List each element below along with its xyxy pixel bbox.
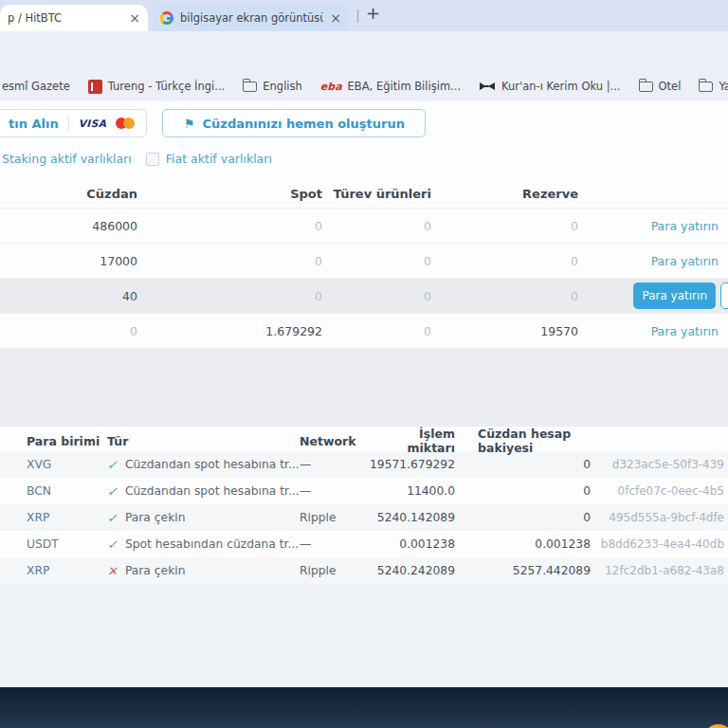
- tab-google-search[interactable]: bilgisayar ekran görüntüsü alm ×: [153, 5, 349, 31]
- create-wallet-button[interactable]: ⚑ Cüzdanınızı hemen oluşturun: [162, 109, 426, 137]
- network-value: —: [300, 484, 370, 498]
- column-header: İşlem miktarı: [370, 427, 455, 455]
- status-check-icon: ✓: [107, 458, 118, 472]
- network-value: Ripple: [300, 511, 370, 524]
- status-check-icon: ✓: [107, 537, 118, 552]
- ornament-icon: [479, 81, 496, 92]
- eba-icon: eba: [320, 81, 342, 93]
- bookmark-label: Otel: [659, 80, 682, 93]
- bookmark-label: Yaz Okulu: [719, 80, 728, 93]
- status-check-icon: ✓: [107, 511, 118, 525]
- tab-hitbtc[interactable]: p / HitBTC ×: [0, 5, 148, 31]
- bookmark-resmi-gazete[interactable]: esmî Gazete: [2, 80, 70, 93]
- transaction-id: b8dd6233-4ea4-40db: [592, 537, 728, 551]
- deposit-button[interactable]: Para yatırın: [633, 282, 716, 309]
- tab-strip: p / HitBTC × bilgisayar ekran görüntüsü …: [0, 0, 728, 31]
- section-gap: [0, 584, 728, 687]
- column-header: Cüzdan hesap bakiyesi: [455, 427, 592, 455]
- turev-value: 0: [322, 324, 431, 338]
- bookmark-label: English: [263, 80, 302, 93]
- turev-value: 0: [322, 219, 431, 233]
- bookmark-label: esmî Gazete: [2, 80, 70, 93]
- amount-value: 11400.0: [370, 484, 455, 498]
- status-cross-icon: ✕: [107, 564, 118, 578]
- table-row: 17000 0 0 0 Para yatırın: [0, 243, 728, 278]
- tab-title: p / HitBTC: [8, 11, 129, 25]
- folder-icon: [639, 82, 653, 92]
- checkbox-icon[interactable]: [146, 153, 159, 166]
- amount-value: 5240.142089: [370, 511, 455, 524]
- bookmark-eba[interactable]: eba EBA, Eğitim Bilişim...: [320, 80, 461, 93]
- withdraw-button-partial[interactable]: [720, 282, 728, 309]
- new-tab-button[interactable]: +: [366, 3, 380, 23]
- bookmark-kuran[interactable]: Kur'an-ı Kerim Oku |...: [479, 80, 620, 93]
- column-header: Network: [300, 434, 370, 448]
- transactions-table: Para birimi Tür Network İşlem miktarı Cü…: [0, 426, 728, 584]
- divider: [68, 116, 69, 131]
- column-header: Türev ürünleri: [322, 187, 431, 201]
- section-gap: [0, 348, 728, 426]
- network-value: —: [300, 458, 370, 471]
- fiat-filter-checkbox[interactable]: Fiat aktif varlıkları: [146, 152, 272, 166]
- column-header: Tür: [107, 434, 300, 448]
- flag-icon: ⚑: [184, 117, 195, 131]
- balances-table: Cüzdan Spot Türev ürünleri Rezerve 48600…: [0, 179, 728, 348]
- mastercard-logo: [116, 118, 135, 129]
- currency-code: XRP: [0, 564, 107, 577]
- table-row: 486000 0 0 0 Para yatırın: [0, 208, 728, 243]
- bookmark-label: Tureng - Türkçe İngi...: [108, 80, 226, 93]
- balances-table-header: Cüzdan Spot Türev ürünleri Rezerve: [0, 179, 728, 208]
- close-icon[interactable]: ×: [129, 11, 140, 25]
- actions-row: tın Alın VISA ⚑ Cüzdanınızı hemen oluştu…: [0, 100, 728, 138]
- create-wallet-label: Cüzdanınızı hemen oluşturun: [203, 117, 405, 131]
- tab-separator: [357, 9, 358, 23]
- buy-label: tın Alın: [9, 117, 59, 131]
- buy-crypto-button[interactable]: tın Alın VISA: [0, 109, 147, 137]
- table-row: XRP ✓Para çekin Ripple 5240.142089 0 495…: [0, 504, 728, 531]
- currency-code: BCN: [0, 484, 107, 498]
- bookmark-label: EBA, Eğitim Bilişim...: [348, 80, 462, 93]
- turev-value: 0: [322, 254, 431, 268]
- tureng-icon: [88, 80, 102, 94]
- bookmark-folder-yaz-okulu[interactable]: Yaz Okulu: [699, 80, 728, 93]
- table-row: XVG ✓Cüzdandan spot hesabına tr... — 195…: [0, 451, 728, 478]
- bookmarks-bar: esmî Gazete Tureng - Türkçe İngi... Engl…: [0, 72, 728, 100]
- bookmark-tureng[interactable]: Tureng - Türkçe İngi...: [88, 80, 226, 94]
- transaction-type: Para çekin: [125, 564, 186, 577]
- tab-title: bilgisayar ekran görüntüsü alm: [180, 11, 323, 25]
- column-header: Rezerve: [431, 187, 578, 201]
- google-icon: [160, 11, 173, 25]
- network-value: —: [300, 537, 370, 551]
- transaction-id: 12fc2db1-a682-43a8: [592, 564, 728, 577]
- deposit-link[interactable]: Para yatırın: [651, 254, 719, 268]
- balance-value: 0.001238: [455, 537, 592, 551]
- network-value: Ripple: [300, 564, 370, 577]
- transaction-id: d323ac5e-50f3-439: [592, 458, 728, 471]
- cuzdan-value: 17000: [0, 254, 137, 268]
- rezerve-value: 0: [431, 289, 578, 303]
- visa-logo: VISA: [79, 118, 107, 129]
- deposit-link[interactable]: Para yatırın: [651, 324, 719, 338]
- coin-graphic: [703, 724, 728, 728]
- transaction-type: Cüzdandan spot hesabına tr...: [125, 458, 300, 471]
- staking-filter-checkbox[interactable]: Staking aktif varlıkları: [2, 152, 132, 166]
- cuzdan-value: 0: [0, 324, 137, 338]
- folder-icon: [243, 82, 257, 92]
- close-icon[interactable]: ×: [330, 11, 341, 25]
- transaction-id: 0fcfe07c-0eec-4b5: [592, 484, 728, 498]
- bookmark-label: Kur'an-ı Kerim Oku |...: [501, 80, 620, 93]
- amount-value: 5240.242089: [370, 564, 455, 577]
- bookmark-folder-otel[interactable]: Otel: [639, 80, 682, 93]
- table-row: BCN ✓Cüzdandan spot hesabına tr... — 114…: [0, 478, 728, 504]
- table-row: 0 1.679292 0 19570 Para yatırın: [0, 313, 728, 348]
- status-check-icon: ✓: [107, 484, 118, 499]
- spot-value: 0: [137, 289, 322, 303]
- transaction-type: Spot hesabından cüzdana tr...: [125, 537, 299, 551]
- folder-icon: [699, 82, 713, 92]
- rezerve-value: 0: [431, 219, 578, 233]
- bookmark-folder-english[interactable]: English: [243, 80, 302, 93]
- table-row: XRP ✕Para çekin Ripple 5240.242089 5257.…: [0, 557, 728, 584]
- amount-value: 0.001238: [370, 537, 455, 551]
- balance-value: 5257.442089: [455, 564, 592, 577]
- deposit-link[interactable]: Para yatırın: [651, 219, 719, 233]
